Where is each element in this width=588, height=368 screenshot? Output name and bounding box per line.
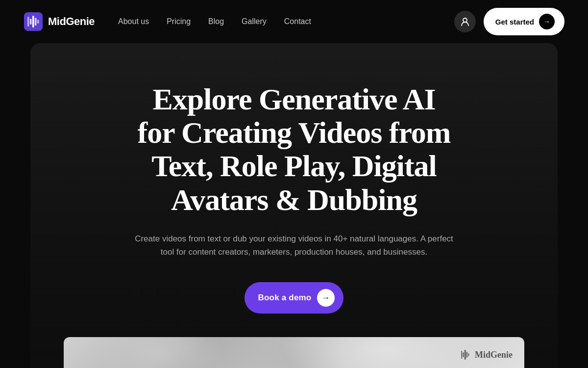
user-icon	[460, 17, 470, 26]
nav-link-gallery[interactable]: Gallery	[242, 17, 267, 26]
hero-title: Explore Generative AI for Creating Video…	[132, 82, 456, 216]
watermark-logo-icon	[460, 349, 471, 360]
navbar: MidGenie About us Pricing Blog Gallery C…	[0, 0, 588, 43]
nav-link-contact[interactable]: Contact	[284, 17, 311, 26]
hero-section: Explore Generative AI for Creating Video…	[74, 43, 514, 314]
svg-rect-3	[32, 16, 34, 27]
logo-icon	[24, 12, 43, 31]
nav-link-pricing[interactable]: Pricing	[167, 17, 191, 26]
logo-text: MidGenie	[48, 15, 95, 28]
get-started-arrow-icon: →	[539, 14, 555, 29]
svg-rect-10	[466, 352, 468, 358]
svg-rect-5	[37, 20, 39, 24]
hero-subtitle: Create videos from text or dub your exis…	[132, 232, 456, 259]
nav-links: About us Pricing Blog Gallery Contact	[118, 17, 311, 26]
watermark-text: MidGenie	[475, 350, 513, 360]
book-demo-button[interactable]: Book a demo →	[245, 282, 344, 314]
svg-rect-8	[463, 352, 465, 357]
nav-right: Get started →	[454, 8, 564, 35]
svg-rect-7	[461, 351, 463, 359]
svg-rect-1	[27, 17, 29, 26]
nav-link-about[interactable]: About us	[118, 17, 149, 26]
main-container: Explore Generative AI for Creating Video…	[30, 43, 558, 368]
svg-rect-11	[468, 353, 469, 356]
get-started-label: Get started	[495, 18, 534, 26]
svg-rect-2	[30, 19, 32, 25]
book-demo-label: Book a demo	[258, 293, 312, 303]
user-account-button[interactable]	[454, 11, 476, 32]
logo[interactable]: MidGenie	[24, 12, 95, 31]
get-started-button[interactable]: Get started →	[484, 8, 564, 35]
book-demo-arrow-icon: →	[317, 289, 335, 307]
nav-left: MidGenie About us Pricing Blog Gallery C…	[24, 12, 311, 31]
svg-rect-9	[465, 350, 466, 360]
svg-rect-4	[35, 18, 37, 26]
video-preview: MidGenie	[64, 337, 524, 368]
nav-link-blog[interactable]: Blog	[208, 17, 224, 26]
svg-point-6	[463, 18, 467, 22]
video-background	[64, 337, 524, 368]
video-watermark: MidGenie	[460, 349, 513, 360]
